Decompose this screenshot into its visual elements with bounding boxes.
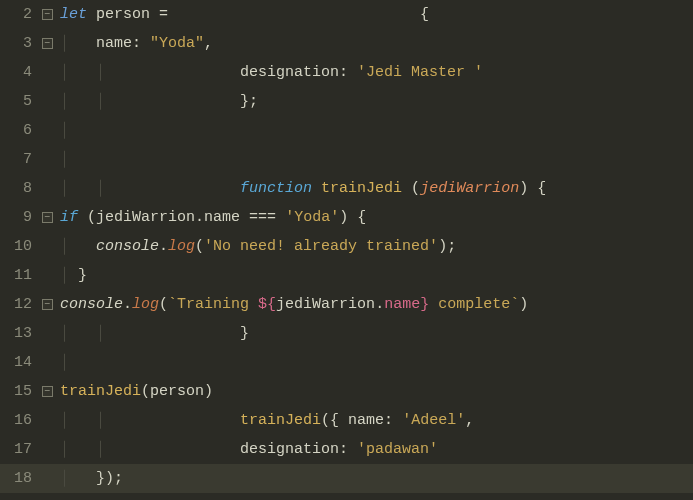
code-line[interactable]: 9 − if (jediWarrion.name === 'Yoda') {	[0, 203, 693, 232]
fold-collapse-icon[interactable]: −	[42, 212, 53, 223]
code-line[interactable]: 10 │ console.log('No need! already train…	[0, 232, 693, 261]
fold-gutter[interactable]: −	[38, 212, 56, 223]
fold-collapse-icon[interactable]: −	[42, 9, 53, 20]
line-number: 7	[0, 151, 38, 168]
code-content[interactable]: │ });	[56, 470, 123, 487]
code-content[interactable]: │ │ trainJedi({ name: 'Adeel',	[56, 412, 474, 429]
line-number: 15	[0, 383, 38, 400]
line-number: 8	[0, 180, 38, 197]
fold-gutter[interactable]: −	[38, 38, 56, 49]
fold-gutter[interactable]: −	[38, 299, 56, 310]
code-line[interactable]: 11 │ }	[0, 261, 693, 290]
code-line-current[interactable]: 18 │ });	[0, 464, 693, 493]
code-line[interactable]: 13 │ │ }	[0, 319, 693, 348]
code-content[interactable]: │ │ designation: 'Jedi Master '	[56, 64, 483, 81]
code-line[interactable]: 14 │	[0, 348, 693, 377]
code-line[interactable]: 7 │	[0, 145, 693, 174]
line-number: 6	[0, 122, 38, 139]
code-content[interactable]: │	[56, 122, 96, 139]
code-line[interactable]: 15 − trainJedi(person)	[0, 377, 693, 406]
code-line[interactable]: 3 − │ name: "Yoda",	[0, 29, 693, 58]
line-number: 5	[0, 93, 38, 110]
code-content[interactable]: │ │ designation: 'padawan'	[56, 441, 438, 458]
code-content[interactable]: │ name: "Yoda",	[56, 35, 213, 52]
code-line[interactable]: 8 │ │ function trainJedi (jediWarrion) {	[0, 174, 693, 203]
code-editor[interactable]: 2 − let person = { 3 − │ name: "Yoda", 4…	[0, 0, 693, 493]
line-number: 12	[0, 296, 38, 313]
code-content[interactable]: │	[56, 354, 96, 371]
line-number: 2	[0, 6, 38, 23]
code-line[interactable]: 5 │ │ };	[0, 87, 693, 116]
code-content[interactable]: let person = {	[56, 6, 429, 23]
code-content[interactable]: │	[56, 151, 96, 168]
line-number: 10	[0, 238, 38, 255]
fold-collapse-icon[interactable]: −	[42, 38, 53, 49]
line-number: 14	[0, 354, 38, 371]
code-content[interactable]: if (jediWarrion.name === 'Yoda') {	[56, 209, 366, 226]
code-line[interactable]: 6 │	[0, 116, 693, 145]
code-content[interactable]: │ }	[56, 267, 87, 284]
fold-gutter[interactable]: −	[38, 9, 56, 20]
line-number: 11	[0, 267, 38, 284]
code-line[interactable]: 12 − console.log(`Training ${jediWarrion…	[0, 290, 693, 319]
code-line[interactable]: 17 │ │ designation: 'padawan'	[0, 435, 693, 464]
code-content[interactable]: trainJedi(person)	[56, 383, 213, 400]
line-number: 16	[0, 412, 38, 429]
line-number: 18	[0, 470, 38, 487]
line-number: 9	[0, 209, 38, 226]
code-line[interactable]: 2 − let person = {	[0, 0, 693, 29]
line-number: 13	[0, 325, 38, 342]
fold-collapse-icon[interactable]: −	[42, 386, 53, 397]
line-number: 17	[0, 441, 38, 458]
code-content[interactable]: │ │ function trainJedi (jediWarrion) {	[56, 180, 546, 197]
code-line[interactable]: 16 │ │ trainJedi({ name: 'Adeel',	[0, 406, 693, 435]
code-content[interactable]: │ console.log('No need! already trained'…	[56, 238, 456, 255]
code-content[interactable]: console.log(`Training ${jediWarrion.name…	[56, 296, 528, 313]
fold-gutter[interactable]: −	[38, 386, 56, 397]
fold-collapse-icon[interactable]: −	[42, 299, 53, 310]
code-content[interactable]: │ │ }	[56, 325, 249, 342]
code-line[interactable]: 4 │ │ designation: 'Jedi Master '	[0, 58, 693, 87]
line-number: 4	[0, 64, 38, 81]
code-content[interactable]: │ │ };	[56, 93, 258, 110]
line-number: 3	[0, 35, 38, 52]
